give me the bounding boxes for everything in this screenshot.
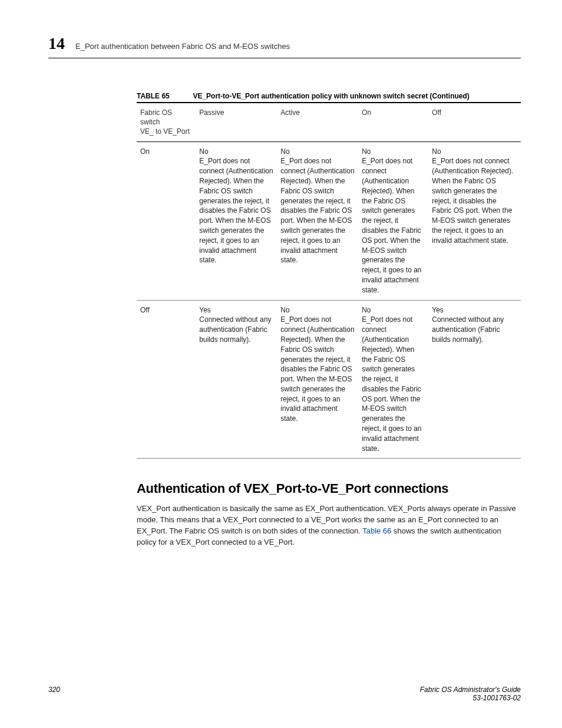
table-cell: No E_Port does not connect (Authenticati… xyxy=(277,141,358,300)
running-header-title: E_Port authentication between Fabric OS … xyxy=(75,42,290,51)
col-header: Off xyxy=(428,103,521,141)
table-caption: TABLE 65 VE_Port-to-VE_Port authenticati… xyxy=(137,91,521,100)
table-cell: Yes Connected without any authentication… xyxy=(196,300,277,459)
row-header: Off xyxy=(137,300,196,459)
col-header: On xyxy=(358,103,428,141)
chapter-number: 14 xyxy=(48,34,65,53)
table-header-row: Fabric OS switch VE_ to VE_Port Passive … xyxy=(137,103,521,141)
table-row: Off Yes Connected without any authentica… xyxy=(137,300,521,459)
table-cell: No E_Port does not connect (Authenticati… xyxy=(277,300,358,459)
table-66-link[interactable]: Table 66 xyxy=(362,526,391,535)
table-title: VE_Port-to-VE_Port authentication policy… xyxy=(193,92,469,100)
section-heading: Authentication of VEX_Port-to-VE_Port co… xyxy=(137,481,521,496)
table-cell: Yes Connected without any authentication… xyxy=(428,300,521,459)
table-label: TABLE 65 xyxy=(137,92,170,100)
col-header: Fabric OS switch VE_ to VE_Port xyxy=(137,103,196,141)
col-header: Passive xyxy=(196,103,277,141)
section-paragraph: VEX_Port authentication is basically the… xyxy=(137,503,521,548)
page-footer: 320 Fabric OS Administrator's Guide 53-1… xyxy=(48,686,521,702)
table-cell: No E_Port does not connect (Authenticati… xyxy=(358,300,428,459)
auth-policy-table: Fabric OS switch VE_ to VE_Port Passive … xyxy=(137,102,521,459)
page-header: 14 E_Port authentication between Fabric … xyxy=(48,34,521,58)
page-number: 320 xyxy=(48,686,60,702)
col-header: Active xyxy=(277,103,358,141)
row-header: On xyxy=(137,141,196,300)
table-row: On No E_Port does not connect (Authentic… xyxy=(137,141,521,300)
doc-title: Fabric OS Administrator's Guide xyxy=(420,686,521,694)
table-cell: No E_Port does not connect (Authenticati… xyxy=(428,141,521,300)
table-cell: No E_Port does not connect (Authenticati… xyxy=(196,141,277,300)
doc-number: 53-1001763-02 xyxy=(420,694,521,702)
table-cell: No E_Port does not connect (Authenticati… xyxy=(358,141,428,300)
